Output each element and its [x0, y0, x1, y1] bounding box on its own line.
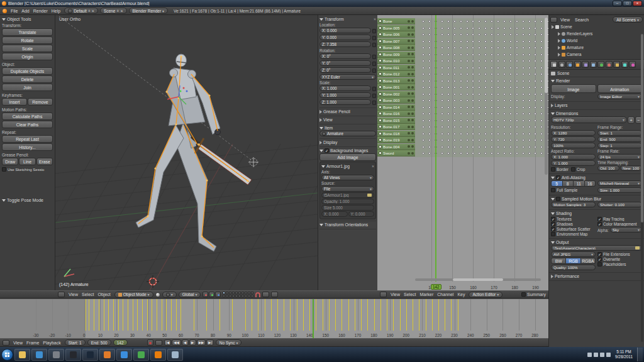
- transform-orientations-panel-header[interactable]: Transform Orientations: [319, 222, 376, 228]
- outliner-item-renderlayers[interactable]: RenderLayers: [550, 30, 643, 37]
- lock-icon[interactable]: [372, 29, 376, 33]
- color-mode-bw-button[interactable]: BW: [551, 258, 566, 264]
- render-panel-header[interactable]: Render: [551, 78, 642, 84]
- remap-new-field[interactable]: New: 100: [620, 165, 642, 171]
- channel-bone-016[interactable]: Bone.016: [377, 111, 415, 117]
- channel-bone-014[interactable]: Bone.014: [377, 104, 415, 111]
- unlink-layout-icon[interactable]: [92, 9, 94, 13]
- tab-material-icon[interactable]: [606, 61, 613, 68]
- location-x-field[interactable]: X: 0.000: [319, 28, 371, 33]
- layer-dot[interactable]: [245, 292, 247, 294]
- layers-panel-header[interactable]: Layers: [551, 102, 642, 108]
- tool-button-draw[interactable]: Draw: [2, 158, 18, 165]
- visibility-icon[interactable]: [408, 152, 410, 155]
- editor-type-icon[interactable]: [550, 17, 557, 23]
- visibility-icon[interactable]: [408, 66, 410, 69]
- resolution-y-field[interactable]: Y: 720: [551, 136, 596, 142]
- timeline-current-frame-line[interactable]: [313, 299, 314, 338]
- taskbar-app-media-player[interactable]: [31, 349, 47, 361]
- tab-modifiers-icon[interactable]: [590, 61, 597, 68]
- taskbar-app-unity[interactable]: [65, 349, 81, 361]
- visibility-icon[interactable]: [408, 112, 410, 115]
- lock-icon[interactable]: [411, 47, 414, 49]
- add-image-button[interactable]: Add Image: [319, 153, 376, 161]
- channel-bone-018[interactable]: Bone.018: [377, 131, 415, 137]
- menu-timeline-view[interactable]: View: [11, 341, 25, 345]
- tab-world-icon[interactable]: [566, 61, 573, 68]
- visibility-icon[interactable]: [408, 92, 410, 95]
- tab-object-icon[interactable]: [574, 61, 581, 68]
- offset-y-field[interactable]: Y: 0.000: [348, 211, 375, 217]
- remap-old-field[interactable]: Old: 100: [597, 165, 619, 171]
- tool-button-insert[interactable]: Insert: [2, 98, 27, 106]
- menu-outliner-view[interactable]: View: [558, 18, 572, 22]
- lock-icon[interactable]: [411, 106, 414, 108]
- expand-triangle-icon[interactable]: [558, 32, 560, 36]
- tool-button-erase[interactable]: Erase: [36, 158, 53, 165]
- tab-constraints-icon[interactable]: [582, 61, 589, 68]
- viewport-canvas[interactable]: [55, 15, 318, 290]
- tool-button-repeat-last[interactable]: Repeat Last: [2, 135, 53, 143]
- play-reverse-button[interactable]: ◀: [182, 339, 189, 346]
- scale-y-field[interactable]: Y: 1.000: [319, 92, 371, 98]
- visibility-icon[interactable]: [408, 20, 410, 23]
- properties-scrollbar[interactable]: [641, 34, 643, 342]
- layer-dot[interactable]: [248, 295, 250, 297]
- menu-timeline-frame[interactable]: Frame: [25, 341, 41, 345]
- layer-dot[interactable]: [232, 295, 235, 297]
- layer-dot[interactable]: [242, 295, 244, 297]
- lock-icon[interactable]: [372, 101, 376, 105]
- channel-bone-015[interactable]: Bone.015: [377, 118, 415, 124]
- render-preset-dropdown[interactable]: HDTV 720p: [551, 116, 627, 123]
- lock-icon[interactable]: [372, 69, 376, 73]
- tab-particles-icon[interactable]: [621, 61, 628, 68]
- shading-panel-header[interactable]: Shading: [551, 211, 642, 216]
- clock-icon[interactable]: [3, 340, 9, 346]
- scale-manipulator-icon[interactable]: [215, 292, 221, 297]
- layer-dot[interactable]: [238, 292, 241, 294]
- auto-keyframe-icon[interactable]: [155, 340, 162, 346]
- background-images-checkbox[interactable]: [325, 148, 329, 153]
- lock-icon[interactable]: [372, 36, 376, 40]
- channel-bone-006[interactable]: Bone.006: [377, 31, 415, 38]
- screen-layout-selector[interactable]: Default: [64, 8, 98, 14]
- layer-dot[interactable]: [223, 295, 225, 297]
- lock-icon[interactable]: [411, 33, 414, 36]
- taskbar-app-windows-explorer[interactable]: [14, 349, 30, 361]
- output-path-field[interactable]: \Test\Assets\Characters\: [551, 245, 642, 251]
- location-y-field[interactable]: Y: 0.000: [319, 35, 371, 40]
- dopesheet-vertical-scrollbar[interactable]: [545, 18, 548, 175]
- channel-bone-011[interactable]: Bone.011: [377, 65, 415, 71]
- expand-triangle-icon[interactable]: [558, 53, 560, 57]
- background-image-entry-header[interactable]: Armour1.jpg×: [321, 163, 374, 169]
- shading-color-management-checkbox[interactable]: Color Management: [597, 222, 642, 226]
- dimensions-border-checkbox[interactable]: Border: [551, 167, 569, 172]
- lock-icon[interactable]: [372, 87, 376, 91]
- quality-slider[interactable]: Quality: 100%: [551, 265, 596, 270]
- frame-end-field[interactable]: End: 500: [87, 339, 111, 346]
- channel-bone-008[interactable]: Bone.008: [377, 45, 415, 51]
- blender-menu-icon[interactable]: [3, 9, 7, 13]
- scale-z-field[interactable]: Z: 1.000: [319, 99, 371, 105]
- motion-samples-field[interactable]: Motion Samples: 3: [551, 202, 596, 207]
- record-button[interactable]: [147, 339, 153, 346]
- axis-dropdown[interactable]: All Views: [321, 175, 374, 180]
- shading-subsurface-scatter-checkbox[interactable]: Subsurface Scatter: [551, 227, 596, 231]
- object-tools-panel-header[interactable]: Object Tools: [2, 17, 53, 21]
- visibility-icon[interactable]: [408, 86, 410, 89]
- layer-dot[interactable]: [235, 292, 238, 294]
- network-icon[interactable]: [594, 353, 598, 357]
- dope-sheet-editor[interactable]: 140150160170180190BoneBone.005Bone.006Bo…: [377, 15, 548, 290]
- folder-icon[interactable]: [367, 194, 372, 197]
- shading-shadows-checkbox[interactable]: Shadows: [551, 222, 596, 226]
- visibility-icon[interactable]: [408, 106, 410, 108]
- minimize-button[interactable]: –: [613, 1, 622, 6]
- location-z-field[interactable]: Z: 7.358: [319, 41, 371, 47]
- editor-type-icon[interactable]: [58, 292, 65, 297]
- scene-selector[interactable]: Scene: [100, 8, 127, 14]
- channel-bone-001[interactable]: Bone.001: [377, 84, 415, 90]
- lock-icon[interactable]: [411, 86, 414, 89]
- jump-end-button[interactable]: ▶|: [206, 339, 214, 346]
- shading-environment-map-checkbox[interactable]: Environment Map: [551, 232, 596, 236]
- rotation-z-field[interactable]: Z: 0°: [319, 67, 371, 73]
